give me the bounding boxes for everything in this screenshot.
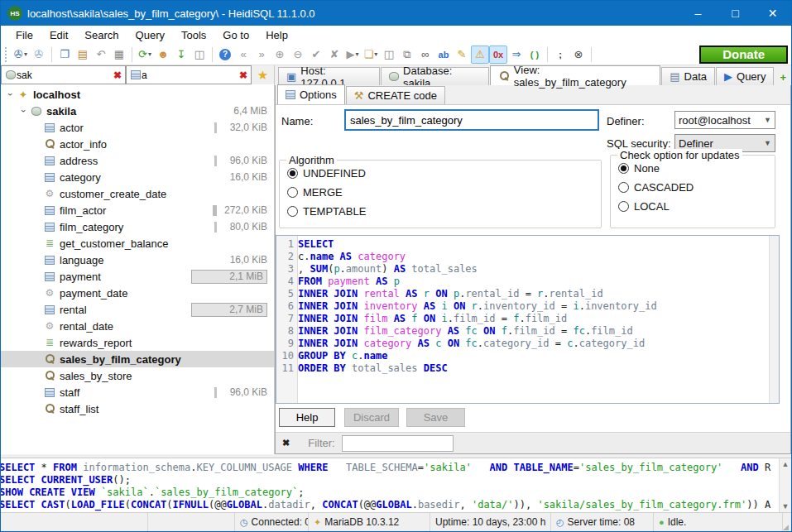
check-option-option-local[interactable]: LOCAL xyxy=(618,199,775,213)
radio-icon[interactable] xyxy=(287,187,298,198)
radio-icon[interactable] xyxy=(287,206,298,217)
tree-item-language[interactable]: language16,0 KiB xyxy=(1,252,274,268)
undo-button[interactable]: ↶ xyxy=(92,46,110,64)
tab-database-sakila[interactable]: Database: sakila xyxy=(381,67,489,85)
radio-icon[interactable] xyxy=(618,182,629,193)
minimize-button[interactable]: – xyxy=(679,1,717,26)
add-tab-button[interactable]: + xyxy=(775,69,791,85)
tree-item-film_category[interactable]: film_category80,0 KiB xyxy=(1,218,274,235)
algorithm-option-undefined[interactable]: UNDEFINED xyxy=(287,166,601,180)
save-button[interactable]: Save xyxy=(406,408,465,427)
user-manager-button[interactable]: ☻ xyxy=(154,46,172,64)
donate-button[interactable]: Donate xyxy=(699,46,788,64)
table-filter-input[interactable] xyxy=(142,69,238,81)
definer-combo[interactable]: root@localhost ▼ xyxy=(674,111,775,129)
delimiter-button[interactable]: ; xyxy=(551,46,569,64)
post-changes-button[interactable]: ✔ xyxy=(307,46,325,64)
tree-item-payment_date[interactable]: ⚙payment_date xyxy=(1,285,274,301)
tab-data[interactable]: ▤Data xyxy=(661,67,715,85)
last-record-button[interactable]: » xyxy=(252,46,271,64)
check-option-option-none[interactable]: None xyxy=(618,161,775,175)
clear-database-filter-icon[interactable]: ✖ xyxy=(112,69,123,81)
log-scrollbar[interactable]: ▲ ▼ xyxy=(779,458,791,512)
tree-item-payment[interactable]: payment2,1 MiB xyxy=(1,268,274,285)
menu-item-file[interactable]: File xyxy=(7,27,41,43)
resize-grip[interactable]: ◢ xyxy=(783,523,791,531)
tree-item-staff[interactable]: staff96,0 KiB xyxy=(1,384,274,400)
close-filter-icon[interactable]: ✖ xyxy=(282,438,290,448)
expander-icon[interactable]: › xyxy=(19,106,29,116)
tree-item-rental_date[interactable]: ⚙rental_date xyxy=(1,318,274,334)
export-database-button[interactable]: ↧ xyxy=(172,46,190,64)
radio-icon[interactable] xyxy=(618,163,629,174)
radio-icon[interactable] xyxy=(287,168,298,179)
menu-item-tools[interactable]: Tools xyxy=(173,27,214,43)
view-name-input[interactable] xyxy=(345,110,598,130)
first-record-button[interactable]: « xyxy=(234,46,252,64)
tree-item-actor_info[interactable]: actor_info xyxy=(1,136,274,152)
discard-button[interactable]: Discard xyxy=(344,408,399,427)
run-query-button[interactable]: ▶▾ xyxy=(343,46,362,64)
view-select-code-editor[interactable]: 1234567891011 SELECTc.name AS category, … xyxy=(276,235,780,404)
help-button[interactable]: Help xyxy=(279,408,335,427)
editor-scrollbar[interactable] xyxy=(769,236,779,403)
tree-item-film_actor[interactable]: film_actor272,0 KiB xyxy=(1,202,274,218)
menu-item-query[interactable]: Query xyxy=(127,27,173,43)
menu-item-help[interactable]: Help xyxy=(257,27,296,43)
tree-item-localhost[interactable]: ›✦localhost xyxy=(1,86,274,103)
close-button[interactable]: ✕ xyxy=(754,1,791,26)
expander-icon[interactable]: › xyxy=(6,89,16,99)
tab-view-sales-by-film-category[interactable]: View: sales_by_film_category xyxy=(490,65,660,85)
subtab-create-code[interactable]: ⚒CREATE code xyxy=(346,86,445,104)
check-option-option-cascaded[interactable]: CASCADED xyxy=(618,180,775,194)
tree-item-get_customer_balance[interactable]: ≣get_customer_balance xyxy=(1,235,274,252)
tree-item-sales_by_film_category[interactable]: sales_by_film_category xyxy=(1,351,274,367)
tree-item-actor[interactable]: actor32,0 KiB xyxy=(1,119,274,136)
tree-item-rental[interactable]: rental2,7 MiB xyxy=(1,301,274,318)
insert-row-button[interactable]: ⊕ xyxy=(271,46,289,64)
database-filter-input[interactable] xyxy=(17,69,112,81)
tree-item-rewards_report[interactable]: ≣rewards_report xyxy=(1,334,274,351)
disconnect-button[interactable]: ✇ xyxy=(30,46,48,64)
paste-button[interactable]: ▤ xyxy=(74,46,92,64)
help-button[interactable]: ? xyxy=(216,46,234,64)
tree-item-sales_by_store[interactable]: sales_by_store xyxy=(1,367,274,384)
case-toggle-button[interactable]: ab xyxy=(434,46,453,64)
algorithm-option-temptable[interactable]: TEMPTABLE xyxy=(287,204,601,218)
tree-item-category[interactable]: category16,0 KiB xyxy=(1,169,274,185)
load-sql-file-button[interactable]: ❏▾ xyxy=(362,46,380,64)
save-file-button[interactable]: ◫ xyxy=(380,46,398,64)
tab-query[interactable]: ▶Query xyxy=(716,67,774,85)
tree-item-customer_create_date[interactable]: ⚙customer_create_date xyxy=(1,185,274,202)
scroll-down-icon[interactable]: ▼ xyxy=(782,502,790,510)
tree-item-staff_list[interactable]: staff_list xyxy=(1,400,274,417)
subtab-options[interactable]: Options xyxy=(277,84,345,104)
binary-as-hex-button[interactable]: 0x xyxy=(489,46,507,64)
toolbar-grip[interactable] xyxy=(5,47,9,62)
save-file-as-button[interactable]: ⧉ xyxy=(398,46,416,64)
warn-unsafe-button[interactable]: ⚠ xyxy=(471,46,489,64)
insert-params-button[interactable]: ⇒ xyxy=(507,46,526,64)
delete-row-button[interactable]: ⊖ xyxy=(289,46,307,64)
clear-table-filter-icon[interactable]: ✖ xyxy=(238,69,249,81)
copy-button[interactable]: ❐ xyxy=(55,46,74,64)
tree-item-address[interactable]: address96,0 KiB xyxy=(1,152,274,169)
find-replace-button[interactable]: ∞ xyxy=(416,46,434,64)
cancel-editing-button[interactable]: ✘ xyxy=(325,46,343,64)
refresh-button[interactable]: ⟳▾ xyxy=(136,46,154,64)
filter-input[interactable] xyxy=(342,435,454,452)
session-manager-button[interactable]: ✇▾ xyxy=(12,46,30,64)
menu-item-edit[interactable]: Edit xyxy=(41,27,76,43)
algorithm-option-merge[interactable]: MERGE xyxy=(287,185,601,199)
radio-icon[interactable] xyxy=(618,201,629,212)
save-sql-button[interactable]: ◫ xyxy=(190,46,209,64)
menu-item-go-to[interactable]: Go to xyxy=(214,27,257,43)
menu-item-search[interactable]: Search xyxy=(76,27,127,43)
parenthesis-button[interactable]: ( ) xyxy=(526,46,544,64)
tab-host-127-0-0-1[interactable]: ▣Host: 127.0.0.1 xyxy=(278,67,380,85)
print-button[interactable]: ▦ xyxy=(110,46,128,64)
maximize-button[interactable]: □ xyxy=(717,1,754,26)
scroll-up-icon[interactable]: ▲ xyxy=(782,460,790,468)
reformat-button[interactable]: ✎ xyxy=(453,46,471,64)
favorites-star-icon[interactable]: ★ xyxy=(252,65,274,84)
